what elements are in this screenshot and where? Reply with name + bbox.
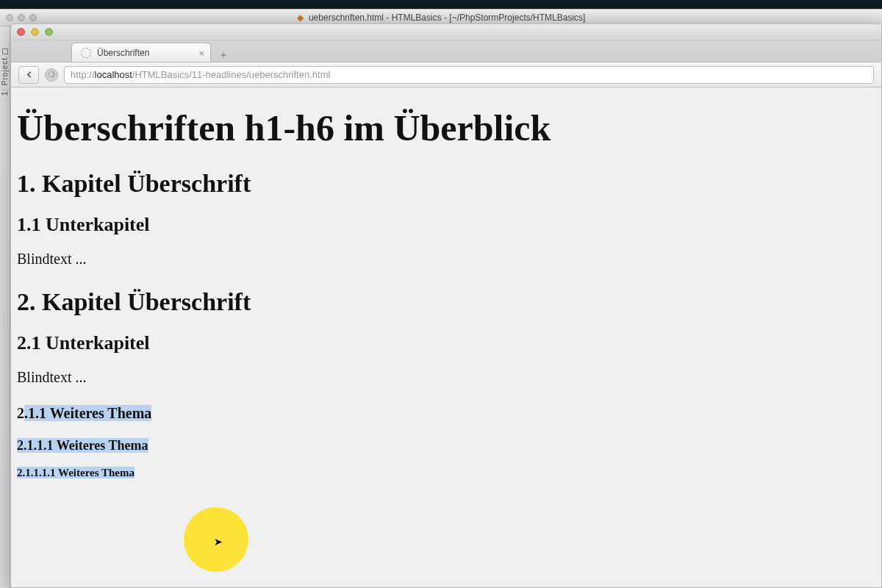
- cursor-arrow-icon: ➤: [214, 536, 223, 548]
- ide-traffic-close[interactable]: [6, 14, 13, 21]
- rendered-page: Überschriften h1-h6 im Überblick 1. Kapi…: [17, 107, 875, 479]
- ide-traffic-lights: [6, 14, 37, 21]
- address-bar[interactable]: http:// localhost /HTMLBasics/11-headlin…: [64, 66, 874, 84]
- ide-window-title: ◆ ueberschriften.html - HTMLBasics - [~/…: [297, 12, 586, 23]
- page-h6: 2.1.1.1.1 Weiteres Thema: [17, 467, 875, 479]
- page-h2-1: 1. Kapitel Überschrift: [17, 170, 875, 198]
- url-host: localhost: [95, 69, 132, 80]
- project-tool-icon[interactable]: [2, 49, 8, 54]
- ide-window-title-text: ueberschriften.html - HTMLBasics - [~/Ph…: [309, 12, 585, 23]
- browser-titlebar[interactable]: [11, 24, 881, 40]
- browser-traffic-lights: [17, 28, 53, 36]
- page-h4: 2.1.1 Weiteres Thema: [17, 405, 875, 422]
- new-tab-button[interactable]: ＋: [215, 49, 232, 62]
- tab-favicon-icon: [81, 48, 91, 58]
- url-scheme: http://: [71, 69, 95, 80]
- tab-close-icon[interactable]: ×: [198, 48, 204, 57]
- page-p-2: Blindtext ...: [17, 369, 875, 386]
- browser-tabstrip: Überschriften × ＋: [11, 40, 881, 62]
- html-file-icon: ◆: [297, 12, 304, 23]
- page-h6-selected: 2.1.1.1.1 Weiteres Thema: [17, 467, 135, 478]
- back-button[interactable]: [18, 66, 39, 84]
- browser-viewport[interactable]: Überschriften h1-h6 im Überblick 1. Kapi…: [11, 87, 881, 587]
- page-h5-selected: 2.1.1.1 Weiteres Thema: [17, 438, 148, 453]
- window-close-icon[interactable]: [17, 28, 25, 36]
- window-zoom-icon[interactable]: [45, 28, 53, 36]
- window-minimize-icon[interactable]: [31, 28, 39, 36]
- page-h4-prefix: 2: [17, 405, 24, 421]
- browser-window: Überschriften × ＋ ❍ http:// localhost /H…: [10, 24, 882, 588]
- project-tool-label[interactable]: 1: Project: [1, 57, 9, 96]
- browser-tab-active[interactable]: Überschriften ×: [71, 43, 211, 62]
- tab-title: Überschriften: [97, 48, 149, 58]
- page-h4-selected: .1.1 Weiteres Thema: [24, 405, 151, 421]
- desktop: ◆ ueberschriften.html - HTMLBasics - [~/…: [0, 0, 882, 588]
- page-h3-1: 1.1 Unterkapitel: [17, 214, 875, 236]
- ide-traffic-min[interactable]: [18, 14, 25, 21]
- site-identity-icon[interactable]: ❍: [45, 68, 58, 82]
- ide-traffic-max[interactable]: [29, 14, 37, 21]
- ide-left-gutter: 1: Project: [0, 26, 10, 588]
- page-h3-2: 2.1 Unterkapitel: [17, 332, 875, 354]
- page-p-1: Blindtext ...: [17, 251, 875, 268]
- page-h5: 2.1.1.1 Weiteres Thema: [17, 438, 875, 453]
- chevron-left-icon: [24, 70, 34, 79]
- page-h1: Überschriften h1-h6 im Überblick: [17, 107, 875, 149]
- url-path: /HTMLBasics/11-headlines/ueberschriften.…: [132, 69, 331, 80]
- browser-toolbar: ❍ http:// localhost /HTMLBasics/11-headl…: [11, 62, 881, 87]
- page-h2-2: 2. Kapitel Überschrift: [17, 288, 875, 316]
